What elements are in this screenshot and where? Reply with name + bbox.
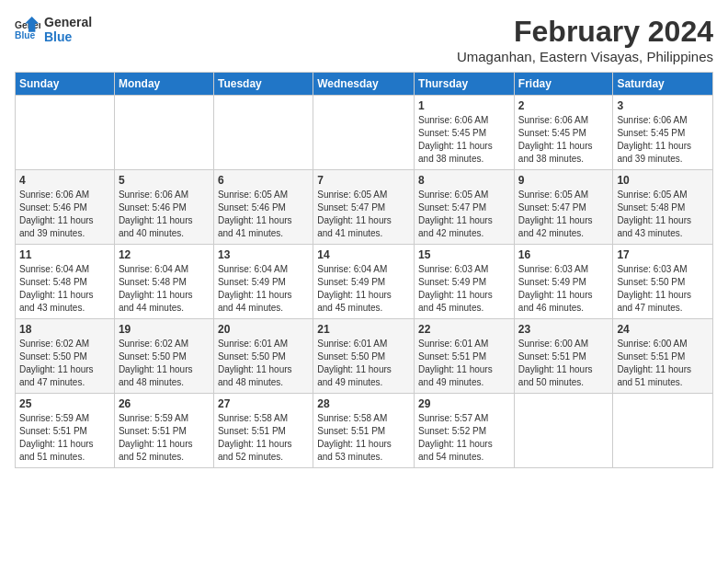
day-number: 18 bbox=[19, 323, 110, 336]
calendar-cell: 15Sunrise: 6:03 AM Sunset: 5:49 PM Dayli… bbox=[415, 245, 515, 319]
calendar-week-row: 4Sunrise: 6:06 AM Sunset: 5:46 PM Daylig… bbox=[16, 170, 713, 245]
day-info: Sunrise: 5:59 AM Sunset: 5:51 PM Dayligh… bbox=[119, 412, 210, 464]
calendar-cell: 6Sunrise: 6:05 AM Sunset: 5:46 PM Daylig… bbox=[213, 170, 313, 245]
calendar-cell: 23Sunrise: 6:00 AM Sunset: 5:51 PM Dayli… bbox=[514, 319, 613, 394]
day-info: Sunrise: 6:05 AM Sunset: 5:46 PM Dayligh… bbox=[218, 189, 309, 240]
month-title: February 2024 bbox=[457, 15, 713, 49]
logo-general: General bbox=[44, 15, 92, 29]
location-subtitle: Umaganhan, Eastern Visayas, Philippines bbox=[457, 49, 713, 64]
day-info: Sunrise: 6:00 AM Sunset: 5:51 PM Dayligh… bbox=[518, 338, 609, 389]
svg-text:Blue: Blue bbox=[15, 30, 36, 40]
day-number: 20 bbox=[218, 323, 309, 336]
day-info: Sunrise: 6:04 AM Sunset: 5:49 PM Dayligh… bbox=[218, 263, 309, 315]
day-info: Sunrise: 6:04 AM Sunset: 5:48 PM Dayligh… bbox=[119, 263, 210, 315]
day-number: 5 bbox=[119, 174, 210, 187]
day-number: 2 bbox=[518, 99, 609, 112]
calendar-cell: 16Sunrise: 6:03 AM Sunset: 5:49 PM Dayli… bbox=[514, 245, 613, 319]
logo-blue: Blue bbox=[44, 29, 92, 44]
day-number: 6 bbox=[218, 174, 309, 187]
day-number: 10 bbox=[617, 174, 709, 187]
day-number: 28 bbox=[317, 397, 410, 410]
day-info: Sunrise: 5:58 AM Sunset: 5:51 PM Dayligh… bbox=[317, 412, 410, 464]
weekday-header: Saturday bbox=[613, 73, 713, 96]
day-info: Sunrise: 6:06 AM Sunset: 5:46 PM Dayligh… bbox=[119, 189, 210, 240]
day-info: Sunrise: 5:57 AM Sunset: 5:52 PM Dayligh… bbox=[418, 412, 510, 464]
day-info: Sunrise: 6:02 AM Sunset: 5:50 PM Dayligh… bbox=[119, 338, 210, 389]
calendar-cell: 22Sunrise: 6:01 AM Sunset: 5:51 PM Dayli… bbox=[415, 319, 515, 394]
calendar-cell: 26Sunrise: 5:59 AM Sunset: 5:51 PM Dayli… bbox=[114, 394, 213, 468]
day-number: 17 bbox=[617, 248, 709, 261]
calendar-cell: 21Sunrise: 6:01 AM Sunset: 5:50 PM Dayli… bbox=[313, 319, 415, 394]
calendar-cell: 9Sunrise: 6:05 AM Sunset: 5:47 PM Daylig… bbox=[514, 170, 613, 245]
day-info: Sunrise: 6:03 AM Sunset: 5:49 PM Dayligh… bbox=[518, 263, 609, 315]
calendar-week-row: 25Sunrise: 5:59 AM Sunset: 5:51 PM Dayli… bbox=[16, 394, 713, 468]
calendar-cell bbox=[114, 96, 213, 170]
calendar-cell: 13Sunrise: 6:04 AM Sunset: 5:49 PM Dayli… bbox=[213, 245, 313, 319]
day-number: 24 bbox=[617, 323, 709, 336]
calendar-cell: 8Sunrise: 6:05 AM Sunset: 5:47 PM Daylig… bbox=[415, 170, 515, 245]
day-number: 26 bbox=[119, 397, 210, 410]
day-info: Sunrise: 6:05 AM Sunset: 5:47 PM Dayligh… bbox=[317, 189, 410, 240]
calendar-cell: 18Sunrise: 6:02 AM Sunset: 5:50 PM Dayli… bbox=[16, 319, 115, 394]
calendar-cell: 28Sunrise: 5:58 AM Sunset: 5:51 PM Dayli… bbox=[313, 394, 415, 468]
calendar-cell: 7Sunrise: 6:05 AM Sunset: 5:47 PM Daylig… bbox=[313, 170, 415, 245]
weekday-header: Thursday bbox=[415, 73, 515, 96]
day-info: Sunrise: 6:00 AM Sunset: 5:51 PM Dayligh… bbox=[617, 338, 709, 389]
calendar-cell: 17Sunrise: 6:03 AM Sunset: 5:50 PM Dayli… bbox=[613, 245, 713, 319]
calendar-table: SundayMondayTuesdayWednesdayThursdayFrid… bbox=[15, 72, 713, 468]
day-info: Sunrise: 6:01 AM Sunset: 5:50 PM Dayligh… bbox=[218, 338, 309, 389]
day-info: Sunrise: 6:05 AM Sunset: 5:47 PM Dayligh… bbox=[518, 189, 609, 240]
day-number: 15 bbox=[418, 248, 510, 261]
page-header: General Blue General Blue February 2024 … bbox=[15, 15, 713, 64]
calendar-cell: 10Sunrise: 6:05 AM Sunset: 5:48 PM Dayli… bbox=[613, 170, 713, 245]
day-number: 22 bbox=[418, 323, 510, 336]
calendar-cell: 27Sunrise: 5:58 AM Sunset: 5:51 PM Dayli… bbox=[213, 394, 313, 468]
calendar-cell bbox=[213, 96, 313, 170]
day-info: Sunrise: 6:05 AM Sunset: 5:47 PM Dayligh… bbox=[418, 189, 510, 240]
calendar-cell: 3Sunrise: 6:06 AM Sunset: 5:45 PM Daylig… bbox=[613, 96, 713, 170]
day-number: 3 bbox=[617, 99, 709, 112]
day-number: 23 bbox=[518, 323, 609, 336]
logo: General Blue General Blue bbox=[15, 15, 92, 44]
day-number: 27 bbox=[218, 397, 309, 410]
calendar-cell: 11Sunrise: 6:04 AM Sunset: 5:48 PM Dayli… bbox=[16, 245, 115, 319]
calendar-cell: 20Sunrise: 6:01 AM Sunset: 5:50 PM Dayli… bbox=[213, 319, 313, 394]
day-info: Sunrise: 6:06 AM Sunset: 5:45 PM Dayligh… bbox=[518, 114, 609, 166]
calendar-cell: 24Sunrise: 6:00 AM Sunset: 5:51 PM Dayli… bbox=[613, 319, 713, 394]
calendar-cell: 2Sunrise: 6:06 AM Sunset: 5:45 PM Daylig… bbox=[514, 96, 613, 170]
calendar-cell bbox=[514, 394, 613, 468]
day-number: 1 bbox=[418, 99, 510, 112]
calendar-cell: 12Sunrise: 6:04 AM Sunset: 5:48 PM Dayli… bbox=[114, 245, 213, 319]
weekday-header: Friday bbox=[514, 73, 613, 96]
calendar-cell: 14Sunrise: 6:04 AM Sunset: 5:49 PM Dayli… bbox=[313, 245, 415, 319]
day-info: Sunrise: 6:01 AM Sunset: 5:51 PM Dayligh… bbox=[418, 338, 510, 389]
calendar-cell: 4Sunrise: 6:06 AM Sunset: 5:46 PM Daylig… bbox=[16, 170, 115, 245]
day-info: Sunrise: 6:03 AM Sunset: 5:50 PM Dayligh… bbox=[617, 263, 709, 315]
day-number: 21 bbox=[317, 323, 410, 336]
calendar-cell: 19Sunrise: 6:02 AM Sunset: 5:50 PM Dayli… bbox=[114, 319, 213, 394]
day-number: 9 bbox=[518, 174, 609, 187]
day-number: 19 bbox=[119, 323, 210, 336]
calendar-week-row: 18Sunrise: 6:02 AM Sunset: 5:50 PM Dayli… bbox=[16, 319, 713, 394]
day-number: 11 bbox=[19, 248, 110, 261]
day-number: 13 bbox=[218, 248, 309, 261]
day-info: Sunrise: 6:04 AM Sunset: 5:48 PM Dayligh… bbox=[19, 263, 110, 315]
day-info: Sunrise: 5:58 AM Sunset: 5:51 PM Dayligh… bbox=[218, 412, 309, 464]
weekday-header: Sunday bbox=[16, 73, 115, 96]
calendar-cell bbox=[613, 394, 713, 468]
weekday-header: Monday bbox=[114, 73, 213, 96]
logo-icon: General Blue bbox=[15, 17, 40, 42]
calendar-header-row: SundayMondayTuesdayWednesdayThursdayFrid… bbox=[16, 73, 713, 96]
day-info: Sunrise: 5:59 AM Sunset: 5:51 PM Dayligh… bbox=[19, 412, 110, 464]
weekday-header: Wednesday bbox=[313, 73, 415, 96]
calendar-cell: 1Sunrise: 6:06 AM Sunset: 5:45 PM Daylig… bbox=[415, 96, 515, 170]
day-info: Sunrise: 6:03 AM Sunset: 5:49 PM Dayligh… bbox=[418, 263, 510, 315]
day-number: 14 bbox=[317, 248, 410, 261]
day-number: 7 bbox=[317, 174, 410, 187]
day-info: Sunrise: 6:06 AM Sunset: 5:45 PM Dayligh… bbox=[617, 114, 709, 166]
day-number: 8 bbox=[418, 174, 510, 187]
calendar-cell: 29Sunrise: 5:57 AM Sunset: 5:52 PM Dayli… bbox=[415, 394, 515, 468]
day-info: Sunrise: 6:06 AM Sunset: 5:46 PM Dayligh… bbox=[19, 189, 110, 240]
day-info: Sunrise: 6:01 AM Sunset: 5:50 PM Dayligh… bbox=[317, 338, 410, 389]
calendar-cell bbox=[313, 96, 415, 170]
